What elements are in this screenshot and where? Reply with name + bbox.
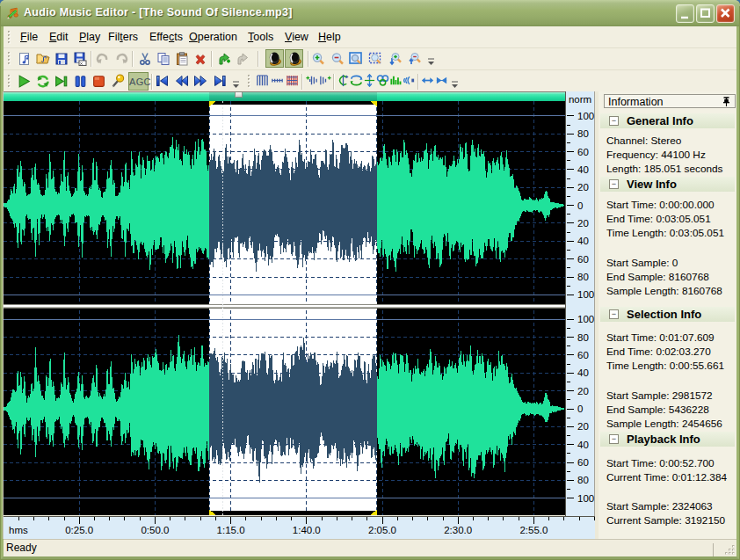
svg-text:100: 100 bbox=[577, 493, 594, 504]
svg-text:40: 40 bbox=[577, 367, 589, 378]
svg-text:1:40.0: 1:40.0 bbox=[293, 525, 321, 535]
svg-text:80: 80 bbox=[577, 332, 589, 343]
svg-text:40: 40 bbox=[577, 164, 589, 175]
svg-text:2:30.0: 2:30.0 bbox=[444, 525, 472, 535]
svg-text:60: 60 bbox=[577, 147, 589, 157]
svg-text:80: 80 bbox=[577, 272, 589, 282]
svg-text:60: 60 bbox=[577, 254, 589, 265]
svg-text:80: 80 bbox=[577, 475, 589, 485]
svg-text:80: 80 bbox=[577, 128, 589, 139]
svg-text:60: 60 bbox=[577, 457, 589, 468]
svg-text:2:55.0: 2:55.0 bbox=[519, 525, 548, 535]
svg-text:0:50.0: 0:50.0 bbox=[141, 525, 169, 535]
svg-text:0: 0 bbox=[577, 200, 583, 211]
svg-text:20: 20 bbox=[577, 421, 589, 432]
svg-text:100: 100 bbox=[577, 111, 594, 121]
svg-text:0: 0 bbox=[577, 404, 583, 414]
svg-text:100: 100 bbox=[577, 314, 594, 324]
svg-text:norm: norm bbox=[569, 94, 591, 105]
svg-text:20: 20 bbox=[577, 182, 589, 193]
svg-text:2:05.0: 2:05.0 bbox=[368, 525, 396, 535]
svg-text:1:15.0: 1:15.0 bbox=[217, 525, 245, 535]
svg-text:100: 100 bbox=[577, 289, 594, 300]
svg-text:0:25.0: 0:25.0 bbox=[65, 525, 93, 535]
svg-text:hms: hms bbox=[9, 525, 28, 535]
svg-text:20: 20 bbox=[577, 386, 589, 396]
svg-text:60: 60 bbox=[577, 350, 589, 360]
svg-text:40: 40 bbox=[577, 236, 589, 246]
svg-text:20: 20 bbox=[577, 218, 589, 229]
svg-text:40: 40 bbox=[577, 440, 589, 450]
